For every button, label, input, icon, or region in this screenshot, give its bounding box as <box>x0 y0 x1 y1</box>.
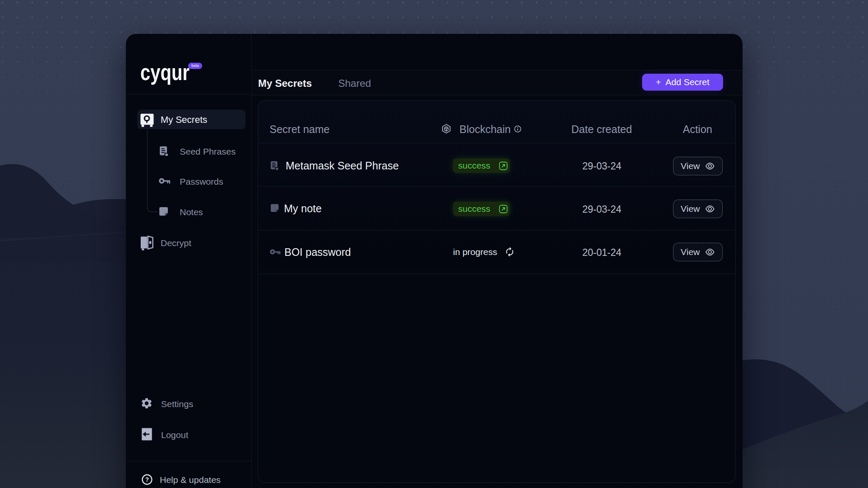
svg-text:?: ? <box>145 476 149 483</box>
